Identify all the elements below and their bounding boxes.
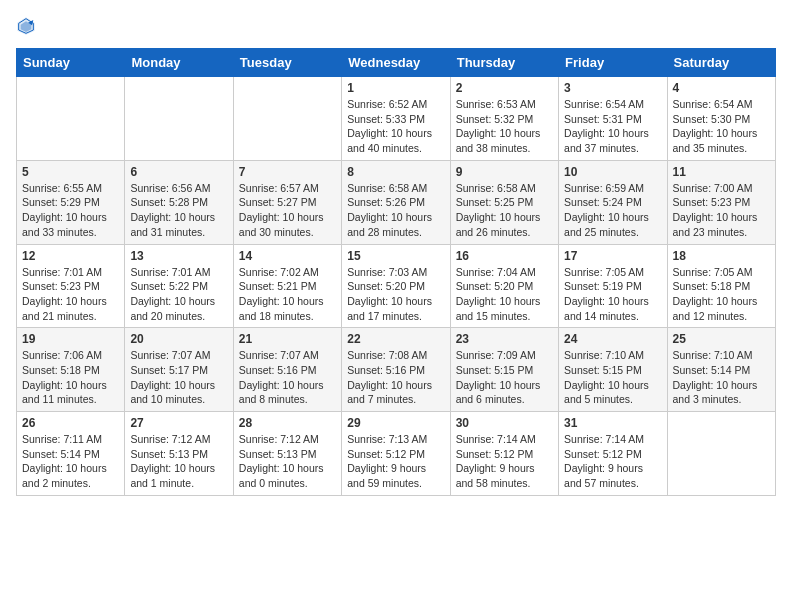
calendar-cell: 8Sunrise: 6:58 AM Sunset: 5:26 PM Daylig…	[342, 160, 450, 244]
day-info: Sunrise: 7:02 AM Sunset: 5:21 PM Dayligh…	[239, 265, 336, 324]
calendar-week-row: 5Sunrise: 6:55 AM Sunset: 5:29 PM Daylig…	[17, 160, 776, 244]
calendar-cell: 25Sunrise: 7:10 AM Sunset: 5:14 PM Dayli…	[667, 328, 775, 412]
day-number: 24	[564, 332, 661, 346]
day-number: 22	[347, 332, 444, 346]
page-header	[16, 16, 776, 36]
calendar-week-row: 12Sunrise: 7:01 AM Sunset: 5:23 PM Dayli…	[17, 244, 776, 328]
day-info: Sunrise: 7:12 AM Sunset: 5:13 PM Dayligh…	[130, 432, 227, 491]
day-info: Sunrise: 7:05 AM Sunset: 5:18 PM Dayligh…	[673, 265, 770, 324]
day-number: 5	[22, 165, 119, 179]
calendar-cell: 11Sunrise: 7:00 AM Sunset: 5:23 PM Dayli…	[667, 160, 775, 244]
day-info: Sunrise: 7:06 AM Sunset: 5:18 PM Dayligh…	[22, 348, 119, 407]
day-number: 7	[239, 165, 336, 179]
day-info: Sunrise: 6:58 AM Sunset: 5:25 PM Dayligh…	[456, 181, 553, 240]
calendar-cell: 16Sunrise: 7:04 AM Sunset: 5:20 PM Dayli…	[450, 244, 558, 328]
calendar-week-row: 19Sunrise: 7:06 AM Sunset: 5:18 PM Dayli…	[17, 328, 776, 412]
day-number: 10	[564, 165, 661, 179]
calendar-header-saturday: Saturday	[667, 49, 775, 77]
calendar-cell: 3Sunrise: 6:54 AM Sunset: 5:31 PM Daylig…	[559, 77, 667, 161]
calendar-cell: 14Sunrise: 7:02 AM Sunset: 5:21 PM Dayli…	[233, 244, 341, 328]
day-info: Sunrise: 7:01 AM Sunset: 5:23 PM Dayligh…	[22, 265, 119, 324]
calendar-cell: 24Sunrise: 7:10 AM Sunset: 5:15 PM Dayli…	[559, 328, 667, 412]
calendar-week-row: 1Sunrise: 6:52 AM Sunset: 5:33 PM Daylig…	[17, 77, 776, 161]
calendar-cell: 15Sunrise: 7:03 AM Sunset: 5:20 PM Dayli…	[342, 244, 450, 328]
calendar-cell: 22Sunrise: 7:08 AM Sunset: 5:16 PM Dayli…	[342, 328, 450, 412]
day-info: Sunrise: 7:07 AM Sunset: 5:17 PM Dayligh…	[130, 348, 227, 407]
day-number: 29	[347, 416, 444, 430]
day-number: 27	[130, 416, 227, 430]
calendar-week-row: 26Sunrise: 7:11 AM Sunset: 5:14 PM Dayli…	[17, 412, 776, 496]
day-number: 14	[239, 249, 336, 263]
day-number: 20	[130, 332, 227, 346]
day-info: Sunrise: 7:03 AM Sunset: 5:20 PM Dayligh…	[347, 265, 444, 324]
calendar-cell: 13Sunrise: 7:01 AM Sunset: 5:22 PM Dayli…	[125, 244, 233, 328]
day-info: Sunrise: 7:14 AM Sunset: 5:12 PM Dayligh…	[564, 432, 661, 491]
day-info: Sunrise: 7:10 AM Sunset: 5:14 PM Dayligh…	[673, 348, 770, 407]
calendar-header-monday: Monday	[125, 49, 233, 77]
day-info: Sunrise: 6:57 AM Sunset: 5:27 PM Dayligh…	[239, 181, 336, 240]
calendar-cell: 5Sunrise: 6:55 AM Sunset: 5:29 PM Daylig…	[17, 160, 125, 244]
calendar-cell: 7Sunrise: 6:57 AM Sunset: 5:27 PM Daylig…	[233, 160, 341, 244]
day-number: 1	[347, 81, 444, 95]
calendar-cell: 9Sunrise: 6:58 AM Sunset: 5:25 PM Daylig…	[450, 160, 558, 244]
calendar-cell: 19Sunrise: 7:06 AM Sunset: 5:18 PM Dayli…	[17, 328, 125, 412]
day-number: 30	[456, 416, 553, 430]
day-info: Sunrise: 6:56 AM Sunset: 5:28 PM Dayligh…	[130, 181, 227, 240]
day-info: Sunrise: 6:54 AM Sunset: 5:30 PM Dayligh…	[673, 97, 770, 156]
day-number: 8	[347, 165, 444, 179]
calendar-cell: 21Sunrise: 7:07 AM Sunset: 5:16 PM Dayli…	[233, 328, 341, 412]
calendar-cell: 18Sunrise: 7:05 AM Sunset: 5:18 PM Dayli…	[667, 244, 775, 328]
day-info: Sunrise: 7:09 AM Sunset: 5:15 PM Dayligh…	[456, 348, 553, 407]
calendar-table: SundayMondayTuesdayWednesdayThursdayFrid…	[16, 48, 776, 496]
day-number: 26	[22, 416, 119, 430]
calendar-cell: 6Sunrise: 6:56 AM Sunset: 5:28 PM Daylig…	[125, 160, 233, 244]
calendar-header-wednesday: Wednesday	[342, 49, 450, 77]
day-info: Sunrise: 6:59 AM Sunset: 5:24 PM Dayligh…	[564, 181, 661, 240]
day-number: 11	[673, 165, 770, 179]
day-number: 2	[456, 81, 553, 95]
calendar-cell	[667, 412, 775, 496]
calendar-header-friday: Friday	[559, 49, 667, 77]
day-info: Sunrise: 7:00 AM Sunset: 5:23 PM Dayligh…	[673, 181, 770, 240]
day-info: Sunrise: 7:04 AM Sunset: 5:20 PM Dayligh…	[456, 265, 553, 324]
day-info: Sunrise: 6:53 AM Sunset: 5:32 PM Dayligh…	[456, 97, 553, 156]
calendar-cell: 31Sunrise: 7:14 AM Sunset: 5:12 PM Dayli…	[559, 412, 667, 496]
calendar-cell: 20Sunrise: 7:07 AM Sunset: 5:17 PM Dayli…	[125, 328, 233, 412]
calendar-header-sunday: Sunday	[17, 49, 125, 77]
day-number: 28	[239, 416, 336, 430]
calendar-cell	[125, 77, 233, 161]
day-info: Sunrise: 7:14 AM Sunset: 5:12 PM Dayligh…	[456, 432, 553, 491]
day-number: 9	[456, 165, 553, 179]
day-info: Sunrise: 6:58 AM Sunset: 5:26 PM Dayligh…	[347, 181, 444, 240]
day-number: 15	[347, 249, 444, 263]
day-info: Sunrise: 6:55 AM Sunset: 5:29 PM Dayligh…	[22, 181, 119, 240]
logo-icon	[16, 16, 36, 36]
day-number: 21	[239, 332, 336, 346]
day-info: Sunrise: 7:07 AM Sunset: 5:16 PM Dayligh…	[239, 348, 336, 407]
day-number: 19	[22, 332, 119, 346]
day-info: Sunrise: 7:01 AM Sunset: 5:22 PM Dayligh…	[130, 265, 227, 324]
day-info: Sunrise: 7:08 AM Sunset: 5:16 PM Dayligh…	[347, 348, 444, 407]
calendar-cell: 12Sunrise: 7:01 AM Sunset: 5:23 PM Dayli…	[17, 244, 125, 328]
day-number: 17	[564, 249, 661, 263]
day-info: Sunrise: 7:10 AM Sunset: 5:15 PM Dayligh…	[564, 348, 661, 407]
calendar-header-tuesday: Tuesday	[233, 49, 341, 77]
calendar-cell: 10Sunrise: 6:59 AM Sunset: 5:24 PM Dayli…	[559, 160, 667, 244]
day-number: 12	[22, 249, 119, 263]
day-number: 4	[673, 81, 770, 95]
day-number: 25	[673, 332, 770, 346]
calendar-cell: 23Sunrise: 7:09 AM Sunset: 5:15 PM Dayli…	[450, 328, 558, 412]
calendar-cell: 17Sunrise: 7:05 AM Sunset: 5:19 PM Dayli…	[559, 244, 667, 328]
calendar-cell: 26Sunrise: 7:11 AM Sunset: 5:14 PM Dayli…	[17, 412, 125, 496]
day-info: Sunrise: 7:11 AM Sunset: 5:14 PM Dayligh…	[22, 432, 119, 491]
day-number: 18	[673, 249, 770, 263]
day-number: 13	[130, 249, 227, 263]
day-info: Sunrise: 6:52 AM Sunset: 5:33 PM Dayligh…	[347, 97, 444, 156]
calendar-cell: 29Sunrise: 7:13 AM Sunset: 5:12 PM Dayli…	[342, 412, 450, 496]
calendar-cell: 30Sunrise: 7:14 AM Sunset: 5:12 PM Dayli…	[450, 412, 558, 496]
day-info: Sunrise: 7:13 AM Sunset: 5:12 PM Dayligh…	[347, 432, 444, 491]
day-number: 16	[456, 249, 553, 263]
day-number: 31	[564, 416, 661, 430]
calendar-cell: 2Sunrise: 6:53 AM Sunset: 5:32 PM Daylig…	[450, 77, 558, 161]
day-info: Sunrise: 6:54 AM Sunset: 5:31 PM Dayligh…	[564, 97, 661, 156]
